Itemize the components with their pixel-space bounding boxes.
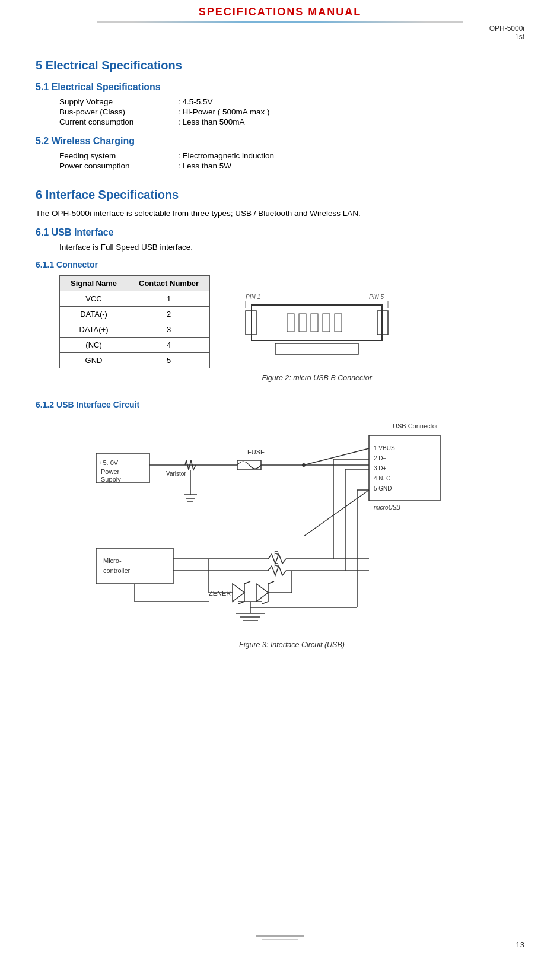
spec-row-feeding: Feeding system : Electromagnetic inducti… <box>59 151 524 160</box>
svg-rect-6 <box>299 314 306 332</box>
svg-line-56 <box>244 581 250 584</box>
spec-row-power: Power consumption : Less than 5W <box>59 161 524 170</box>
section612-title: 6.1.2 USB Interface Circuit <box>36 400 524 409</box>
figure2-caption: Figure 2: micro USB B Connector <box>262 374 372 382</box>
svg-text:Power: Power <box>101 468 120 475</box>
svg-text:Supply: Supply <box>101 476 121 483</box>
table-cell: 1 <box>128 291 210 307</box>
svg-text:5  GND: 5 GND <box>374 485 392 492</box>
connector-area: Signal Name Contact Number VCC1DATA(-)2D… <box>59 275 524 382</box>
svg-text:PIN 5: PIN 5 <box>369 294 384 300</box>
spec-label-buspower: Bus-power (Class) <box>59 107 178 116</box>
table-cell: 4 <box>128 338 210 353</box>
circuit-section: USB Connector +5. 0V Power Supply Varist… <box>59 418 524 649</box>
section611-title: 6.1.1 Connector <box>36 260 524 269</box>
svg-marker-54 <box>233 584 244 602</box>
section51-title: 5.1 Electrical Specifications <box>36 82 524 93</box>
spec-value-power: : Less than 5W <box>178 161 231 170</box>
svg-text:microUSB: microUSB <box>374 504 400 511</box>
svg-line-38 <box>304 490 369 536</box>
section52-specs: Feeding system : Electromagnetic inducti… <box>59 151 524 170</box>
svg-rect-5 <box>287 314 294 332</box>
table-row: GND5 <box>60 353 210 368</box>
page-number: 13 <box>516 940 524 949</box>
svg-text:+5. 0V: +5. 0V <box>99 459 119 466</box>
table-cell: 5 <box>128 353 210 368</box>
section6-title: 6 Interface Specifications <box>36 188 524 202</box>
header-line <box>97 21 463 23</box>
section5-title: 5 Electrical Specifications <box>36 59 524 72</box>
page-header: SPECIFICATIONS MANUAL OPH-5000i 1st <box>36 0 524 41</box>
spec-value-current: : Less than 500mA <box>178 117 245 126</box>
spec-row-buspower: Bus-power (Class) : Hi-Power ( 500mA max… <box>59 107 524 116</box>
svg-text:controller: controller <box>103 567 131 574</box>
spec-row-supply: Supply Voltage : 4.5-5.5V <box>59 97 524 106</box>
table-cell: DATA(-) <box>60 307 128 322</box>
svg-line-61 <box>262 602 268 604</box>
svg-rect-10 <box>275 343 358 354</box>
svg-text:2  D−: 2 D− <box>374 455 387 462</box>
footer-line2 <box>262 939 298 940</box>
manual-title: SPECIFICATIONS MANUAL <box>36 6 524 18</box>
section6-intro: The OPH-5000i interface is selectable fr… <box>36 209 524 218</box>
svg-line-37 <box>304 448 369 465</box>
svg-text:FUSE: FUSE <box>247 448 265 456</box>
signal-table-wrapper: Signal Name Contact Number VCC1DATA(-)2D… <box>59 275 210 368</box>
doc-edition: 1st <box>515 33 524 41</box>
col-contact-number: Contact Number <box>128 276 210 291</box>
spec-value-buspower: : Hi-Power ( 500mA max ) <box>178 107 270 116</box>
spec-label-power: Power consumption <box>59 161 178 170</box>
circuit-svg: USB Connector +5. 0V Power Supply Varist… <box>78 418 505 637</box>
page-container: SPECIFICATIONS MANUAL OPH-5000i 1st 5 El… <box>0 0 560 961</box>
svg-text:Varistor: Varistor <box>166 470 186 477</box>
svg-text:Micro-: Micro- <box>103 557 122 564</box>
section52-title: 5.2 Wireless Charging <box>36 136 524 147</box>
doc-info: OPH-5000i 1st <box>36 24 524 41</box>
figure3-caption: Figure 3: Interface Circuit (USB) <box>239 641 345 649</box>
spec-value-feeding: : Electromagnetic induction <box>178 151 274 160</box>
spec-label-feeding: Feeding system <box>59 151 178 160</box>
svg-text:3  D+: 3 D+ <box>374 465 387 472</box>
svg-marker-58 <box>256 584 268 602</box>
table-cell: GND <box>60 353 128 368</box>
spec-value-supply: : 4.5-5.5V <box>178 97 213 106</box>
usb-connector-diagram: PIN 1 PIN 5 <box>240 275 394 382</box>
svg-text:1  VBUS: 1 VBUS <box>374 445 395 451</box>
table-row: DATA(-)2 <box>60 307 210 322</box>
table-row: DATA(+)3 <box>60 322 210 338</box>
section61-title: 6.1 USB Interface <box>36 227 524 238</box>
spec-row-current: Current consumption : Less than 500mA <box>59 117 524 126</box>
section51-specs: Supply Voltage : 4.5-5.5V Bus-power (Cla… <box>59 97 524 126</box>
table-row: (NC)4 <box>60 338 210 353</box>
table-row: VCC1 <box>60 291 210 307</box>
doc-ref: OPH-5000i <box>489 24 524 33</box>
signal-table: Signal Name Contact Number VCC1DATA(-)2D… <box>59 275 210 368</box>
spec-label-current: Current consumption <box>59 117 178 126</box>
svg-rect-9 <box>335 314 342 332</box>
table-cell: 3 <box>128 322 210 338</box>
table-cell: (NC) <box>60 338 128 353</box>
section61-desc: Interface is Full Speed USB interface. <box>59 243 524 252</box>
svg-rect-8 <box>323 314 330 332</box>
col-signal-name: Signal Name <box>60 276 128 291</box>
svg-rect-2 <box>252 305 382 341</box>
svg-rect-39 <box>96 548 173 584</box>
spec-label-supply: Supply Voltage <box>59 97 178 106</box>
svg-text:4  N. C: 4 N. C <box>374 475 390 482</box>
table-cell: 2 <box>128 307 210 322</box>
svg-text:ZENER: ZENER <box>209 590 231 597</box>
svg-text:PIN 1: PIN 1 <box>246 294 260 300</box>
table-cell: VCC <box>60 291 128 307</box>
usb-connector-svg: PIN 1 PIN 5 <box>240 275 394 370</box>
svg-rect-7 <box>311 314 318 332</box>
svg-line-60 <box>268 581 274 584</box>
table-cell: DATA(+) <box>60 322 128 338</box>
svg-text:USB Connector: USB Connector <box>393 422 438 429</box>
footer-line1 <box>256 935 304 937</box>
circuit-diagram: USB Connector +5. 0V Power Supply Varist… <box>59 418 524 649</box>
